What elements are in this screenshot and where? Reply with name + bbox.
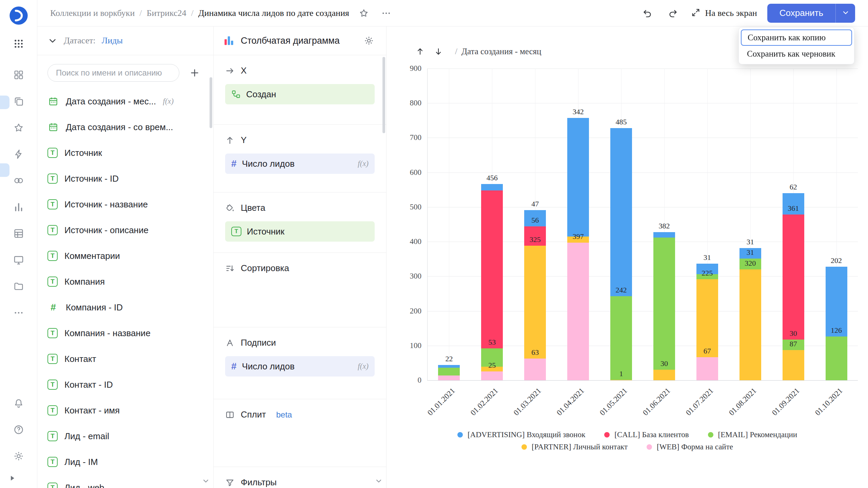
field-item[interactable]: TКомпания [37, 269, 213, 294]
fullscreen-button[interactable]: На весь экран [691, 8, 757, 18]
redo-icon[interactable] [665, 5, 681, 21]
bar-value-label: 325 [515, 235, 555, 244]
field-item[interactable]: TКомментарии [37, 243, 213, 269]
folder-icon[interactable] [8, 273, 29, 300]
bar-segment[interactable] [438, 365, 460, 368]
rings-icon[interactable] [8, 167, 29, 194]
bar-segment[interactable] [481, 190, 503, 348]
favorite-star-icon[interactable] [356, 5, 372, 21]
dataset-name-link[interactable]: Лиды [102, 36, 123, 46]
x-axis-label: 01.07.2021 [671, 386, 715, 431]
datalens-logo[interactable] [8, 5, 29, 26]
y-axis-label: 600 [398, 168, 421, 177]
bar-segment[interactable] [783, 215, 804, 340]
bar-segment[interactable] [567, 243, 589, 380]
x-axis-label: 01.05.2021 [585, 386, 629, 431]
fields-scrollbar[interactable] [210, 77, 212, 128]
gear-icon[interactable] [8, 443, 29, 469]
field-item[interactable]: TЛид - web [37, 475, 213, 488]
monitor-icon[interactable] [8, 247, 29, 273]
field-item[interactable]: TИсточник [37, 140, 213, 166]
dataset-label: Датасет: [64, 36, 96, 46]
fullscreen-icon [691, 8, 701, 18]
bar-segment[interactable] [653, 238, 675, 370]
copy-icon[interactable] [8, 88, 29, 115]
breadcrumb-collections-link[interactable]: Коллекции и воркбуки [50, 8, 135, 18]
lightning-icon[interactable] [8, 141, 29, 167]
bar-segment[interactable] [739, 269, 761, 380]
bar-segment[interactable] [653, 232, 675, 238]
add-field-button[interactable] [186, 64, 203, 81]
y-axis-label: 900 [398, 64, 421, 73]
text-field-icon: T [47, 380, 58, 390]
field-item[interactable]: TКонтакт [37, 346, 213, 372]
bar-segment[interactable] [481, 371, 503, 380]
bar-value-label: 67 [687, 347, 728, 355]
legend-item[interactable]: [CALL] База клиентов [604, 430, 689, 439]
shelves-scroll-down-icon[interactable] [375, 477, 383, 486]
field-search-input[interactable] [47, 64, 179, 82]
bar-segment[interactable] [610, 296, 632, 380]
dataset-collapse-icon[interactable] [47, 36, 58, 46]
legend-item[interactable]: [WEB] Форма на сайте [647, 443, 733, 451]
bar-segment[interactable] [826, 337, 847, 380]
drill-down-icon[interactable] [429, 44, 448, 59]
field-item[interactable]: TЛид - email [37, 423, 213, 449]
bar-segment[interactable] [696, 279, 718, 357]
bar-segment[interactable] [438, 375, 460, 380]
bar-segment[interactable] [696, 357, 718, 380]
bar-segment[interactable] [438, 368, 460, 375]
shelves-scrollbar[interactable] [382, 57, 385, 133]
shelf-section-filters: Фильтры [214, 467, 386, 488]
field-item[interactable]: TЛид - IM [37, 449, 213, 475]
breadcrumb-workbook-link[interactable]: Битрикс24 [147, 8, 186, 18]
field-item[interactable]: TИсточник - название [37, 191, 213, 217]
column-chart-type-icon[interactable] [223, 35, 235, 46]
star-icon[interactable] [8, 115, 29, 141]
field-item[interactable]: TИсточник - описание [37, 217, 213, 243]
legend-item[interactable]: [ADVERTISING] Входящий звонок [457, 430, 585, 439]
bar-segment[interactable] [524, 246, 546, 358]
help-icon[interactable] [8, 416, 29, 443]
table-icon[interactable] [8, 220, 29, 247]
shelf-chip-labels[interactable]: #Число лидовf(x) [225, 356, 375, 377]
bar-segment[interactable] [783, 350, 804, 380]
chart-settings-gear-icon[interactable] [361, 33, 377, 48]
drill-up-icon[interactable] [411, 44, 429, 59]
legend-item[interactable]: [EMAIL] Рекомендации [708, 430, 797, 439]
save-as-copy-item[interactable]: Сохранить как копию [741, 29, 852, 46]
shelf-chip-x[interactable]: Создан [225, 84, 375, 104]
field-item[interactable]: TКонтакт - имя [37, 398, 213, 423]
fields-scroll-down-icon[interactable] [202, 477, 210, 486]
save-as-draft-item[interactable]: Сохранить как черновик [741, 46, 852, 62]
shelf-chip-colors[interactable]: TИсточник [225, 221, 375, 242]
expand-rail-icon[interactable] [8, 474, 16, 483]
field-item[interactable]: TКомпания - название [37, 320, 213, 346]
bar-segment[interactable] [567, 118, 589, 237]
bar-chart-icon[interactable] [8, 194, 29, 220]
more-actions-icon[interactable] [378, 5, 394, 21]
bar-segment[interactable] [481, 184, 503, 190]
four-squares-icon[interactable] [8, 62, 29, 88]
field-item[interactable]: TКонтакт - ID [37, 372, 213, 398]
bar-value-label: 242 [601, 286, 642, 294]
chart-type-title[interactable]: Столбчатая диаграмма [241, 36, 355, 46]
field-item[interactable]: Дата создания - мес...f(x) [37, 88, 213, 114]
shelf-chip-y[interactable]: #Число лидовf(x) [225, 154, 375, 174]
bar-value-label: 87 [773, 340, 814, 348]
field-item[interactable]: TИсточник - ID [37, 166, 213, 191]
undo-icon[interactable] [639, 5, 655, 21]
apps-menu-icon[interactable] [8, 35, 29, 53]
save-menu-toggle[interactable] [835, 4, 855, 23]
bar-segment[interactable] [524, 359, 546, 380]
shelf-section-colors: Цвета TИсточник [214, 192, 386, 253]
legend-item[interactable]: [PARTNER] Личный контакт [521, 443, 628, 451]
save-button[interactable]: Сохранить [767, 4, 835, 23]
field-item[interactable]: Дата создания - со врем... [37, 114, 213, 140]
ellipsis-icon[interactable] [8, 300, 29, 326]
field-item[interactable]: #Компания - ID [37, 294, 213, 320]
bar-segment[interactable] [610, 128, 632, 296]
legend-dot [457, 432, 463, 438]
bell-icon[interactable] [8, 390, 29, 416]
bar-segment[interactable] [653, 370, 675, 380]
